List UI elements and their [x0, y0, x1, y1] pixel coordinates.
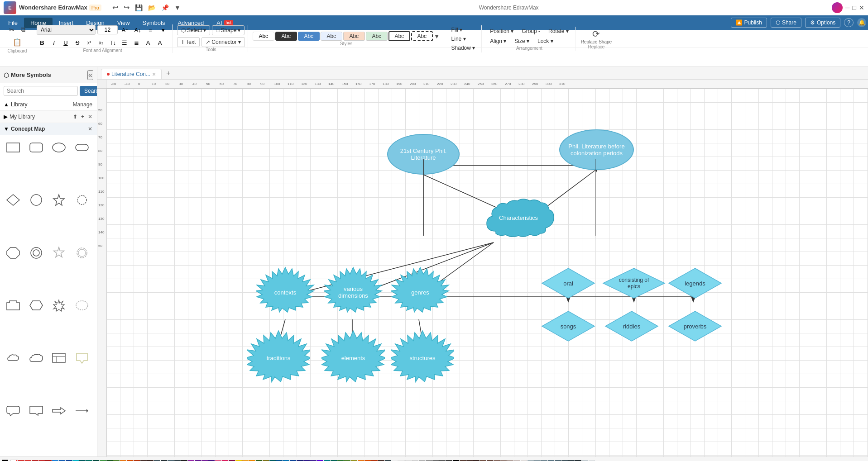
fill-button[interactable]: Fill ▾: [448, 25, 479, 34]
style-preset-3[interactable]: Abc: [298, 32, 320, 41]
share-button[interactable]: ⬡Share: [771, 18, 801, 28]
shape-rounded-rect[interactable]: [27, 139, 46, 156]
node-various-dimensions[interactable]: variousdimensions: [324, 265, 383, 319]
shape-arrow-right[interactable]: [49, 402, 68, 419]
concept-map-close[interactable]: ✕: [87, 125, 93, 133]
style-preset-7[interactable]: Abc: [388, 31, 410, 41]
font-family-select[interactable]: Arial: [37, 25, 96, 35]
undo-button[interactable]: ↩: [110, 2, 120, 13]
shape-hexagon[interactable]: [27, 297, 46, 314]
node-contexts[interactable]: contexts: [256, 265, 315, 319]
shadow-button[interactable]: Shadow ▾: [448, 43, 479, 52]
italic-button[interactable]: I: [48, 37, 59, 48]
rotate-button[interactable]: Rotate ▾: [545, 27, 572, 36]
shape-speech-bubble-yellow[interactable]: [72, 349, 91, 366]
style-preset-1[interactable]: Abc: [253, 32, 274, 41]
shape-ring[interactable]: [27, 244, 46, 261]
shape-speech-rect[interactable]: [27, 402, 46, 419]
pin-button[interactable]: 📌: [159, 2, 171, 13]
node-legends[interactable]: legends: [668, 267, 722, 299]
maximize-button[interactable]: □: [853, 4, 856, 11]
no-color-swatch[interactable]: [10, 460, 18, 461]
text-align-button[interactable]: ≡: [145, 24, 156, 35]
node-21st-century[interactable]: 21st Century Phil. Literature: [387, 134, 460, 175]
highlight-button[interactable]: A: [154, 37, 165, 48]
shape-tool-button[interactable]: □ Shape ▾: [212, 25, 245, 35]
font-color-button[interactable]: A: [143, 37, 153, 48]
shape-cloud-large[interactable]: [27, 349, 46, 366]
close-button[interactable]: ✕: [859, 4, 864, 11]
list2-button[interactable]: ≣: [131, 37, 142, 48]
paste-button[interactable]: 📋: [10, 36, 24, 48]
shape-star5[interactable]: [49, 244, 68, 261]
shape-circle[interactable]: [27, 191, 46, 209]
shape-tab[interactable]: [4, 297, 23, 314]
shape-rectangle[interactable]: [4, 139, 23, 156]
line-button[interactable]: Line ▾: [448, 34, 479, 43]
lock-button[interactable]: Lock ▾: [534, 37, 557, 46]
add-tab-button[interactable]: +: [163, 67, 174, 79]
font-increase-button[interactable]: A↑: [120, 24, 130, 35]
shape-explosion[interactable]: [49, 297, 68, 314]
node-songs[interactable]: songs: [541, 310, 595, 342]
my-library-export[interactable]: ⬆: [72, 113, 78, 121]
underline-button[interactable]: U: [60, 37, 71, 48]
redo-button[interactable]: ↪: [122, 2, 131, 13]
style-preset-4[interactable]: Abc: [321, 32, 342, 41]
notification-icon[interactable]: 🔔: [857, 18, 866, 27]
shape-burst[interactable]: [72, 191, 91, 209]
shape-arrow-plain[interactable]: [72, 402, 91, 419]
list-button[interactable]: ☰: [119, 37, 130, 48]
select-tool-button[interactable]: ⬡ Select ▾: [177, 25, 210, 35]
my-library-row[interactable]: ▶ My Library ⬆ + ✕: [0, 111, 97, 123]
node-genres[interactable]: genres: [391, 265, 450, 319]
diagram-tab[interactable]: Literature Con... ✕: [101, 69, 162, 79]
minimize-button[interactable]: ─: [845, 4, 850, 11]
bold-button[interactable]: B: [37, 37, 48, 48]
concept-map-header[interactable]: ▼ Concept Map ✕: [0, 123, 97, 135]
shape-cloud-small[interactable]: [4, 349, 23, 366]
cut-button[interactable]: ✂: [6, 24, 17, 35]
node-oral[interactable]: oral: [541, 267, 595, 299]
style-preset-6[interactable]: Abc: [366, 32, 388, 41]
search-input[interactable]: [4, 86, 78, 96]
decrease-indent-button[interactable]: T↓: [107, 37, 118, 48]
publish-button[interactable]: 🔼Publish: [731, 18, 767, 28]
text-tool-button[interactable]: T Text: [177, 37, 200, 47]
my-library-close[interactable]: ✕: [87, 113, 93, 121]
size-button[interactable]: Size ▾: [511, 37, 533, 46]
node-consisting-epics[interactable]: consisting ofepics: [602, 267, 666, 299]
node-proverbs[interactable]: proverbs: [668, 310, 722, 342]
user-avatar[interactable]: [832, 2, 843, 13]
options-button[interactable]: ⚙Options: [805, 18, 840, 28]
save-button[interactable]: 💾: [133, 2, 144, 13]
shape-star[interactable]: [49, 191, 68, 209]
style-preset-2[interactable]: Abc: [275, 32, 297, 41]
node-elements[interactable]: elements: [321, 328, 385, 387]
styles-expand-button[interactable]: ▼: [434, 33, 440, 40]
node-characteristics[interactable]: Characteristics: [482, 193, 555, 242]
node-riddles[interactable]: riddles: [604, 310, 659, 342]
node-traditions[interactable]: traditions: [247, 328, 310, 387]
style-preset-8[interactable]: Abc: [411, 31, 433, 41]
node-structures[interactable]: structures: [391, 328, 454, 387]
font-size-input[interactable]: [97, 25, 118, 34]
diagram-canvas[interactable]: 21st Century Phil. Literature Phil. Lite…: [106, 89, 868, 456]
copy-button[interactable]: ⧉: [18, 24, 28, 35]
my-library-add[interactable]: +: [80, 113, 85, 121]
shape-diamond[interactable]: [4, 191, 23, 209]
shape-octagon[interactable]: [4, 244, 23, 261]
open-button[interactable]: 📂: [146, 2, 158, 13]
position-button[interactable]: Position ▾: [486, 27, 517, 36]
shape-table[interactable]: [49, 349, 68, 366]
superscript-button[interactable]: x²: [84, 37, 95, 48]
replace-shape-label[interactable]: Replace Shape: [581, 39, 612, 44]
search-button[interactable]: Search: [80, 86, 97, 96]
shape-speech-round[interactable]: [4, 402, 23, 419]
shape-wiggly[interactable]: [72, 297, 91, 314]
group-button[interactable]: Group -: [518, 27, 544, 36]
strikethrough-button[interactable]: S: [72, 37, 83, 48]
align-button[interactable]: Align ▾: [486, 37, 510, 46]
node-phil-literature-before[interactable]: Phil. Literature before colonization per…: [559, 129, 634, 170]
shape-starburst[interactable]: [72, 244, 91, 261]
